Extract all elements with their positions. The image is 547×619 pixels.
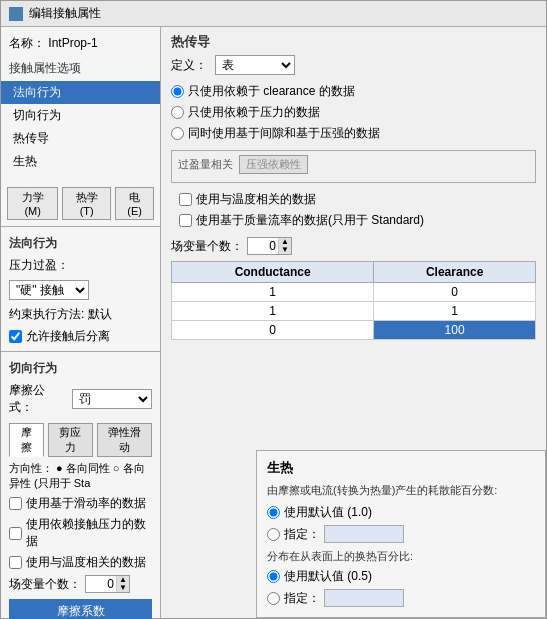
field-count-row-right: 场变量个数： ▲ ▼ (171, 235, 536, 257)
heat-sub-radio-default: 使用默认值 (0.5) (267, 566, 535, 587)
heat-gen-title: 生热 (267, 459, 535, 477)
cell-clearance-0[interactable]: 0 (374, 283, 536, 302)
slide-rate-checkbox[interactable] (9, 497, 22, 510)
category-tabs: 力学(M) 热学(T) 电(E) (1, 181, 160, 222)
temperature-checkbox[interactable] (9, 556, 22, 569)
direction-label: 方向性： (9, 462, 53, 474)
table-row: 0 100 (172, 321, 536, 340)
check-contact-pressure: 使用依赖接触压力的数据 (1, 514, 160, 552)
def-row: 定义： 表 (171, 55, 536, 75)
allow-separation-label: 允许接触后分离 (26, 328, 110, 345)
def-label: 定义： (171, 57, 207, 74)
friction-tabs: 摩擦 剪应力 弹性滑动 (1, 419, 160, 459)
slide-rate-label: 使用基于滑动率的数据 (26, 495, 146, 512)
right-panel: 热传导 定义： 表 只使用依赖于 clearance 的数据 只使用依赖于压力的… (161, 27, 546, 618)
formula-row: 摩擦公式： 罚 (1, 379, 160, 419)
check-mass-flow: 使用基于质量流率的数据(只用于 Standard) (171, 210, 536, 231)
temp-label-right: 使用与温度相关的数据 (196, 191, 316, 208)
pressure-select[interactable]: "硬" 接触 (9, 280, 89, 300)
col-conductance: Conductance (172, 262, 374, 283)
overload-label: 过盈量相关 (178, 157, 233, 172)
cell-conductance-1[interactable]: 1 (172, 302, 374, 321)
conductance-table: Conductance Clearance 1 0 1 1 0 (171, 261, 536, 340)
radio-both-input[interactable] (171, 127, 184, 140)
pressure-select-row: "硬" 接触 (1, 277, 160, 303)
cell-clearance-2[interactable]: 100 (374, 321, 536, 340)
name-row: 名称： IntProp-1 (1, 33, 160, 58)
contact-pressure-checkbox[interactable] (9, 527, 22, 540)
temperature-label: 使用与温度相关的数据 (26, 554, 146, 571)
mass-flow-label: 使用基于质量流率的数据(只用于 Standard) (196, 212, 424, 229)
radio-both: 同时使用基于间隙和基于压强的数据 (171, 123, 536, 144)
pressure-row: 压力过盈： (1, 254, 160, 277)
field-var-input[interactable] (86, 576, 116, 592)
cell-conductance-2[interactable]: 0 (172, 321, 374, 340)
sidebar-item-normal[interactable]: 法向行为 (1, 81, 160, 104)
table-row: 1 1 (172, 302, 536, 321)
table-row: 1 0 (172, 283, 536, 302)
heat-default-label: 使用默认值 (1.0) (284, 504, 372, 521)
temp-checkbox-right[interactable] (179, 193, 192, 206)
window-icon (9, 7, 23, 21)
radio-clearance: 只使用依赖于 clearance 的数据 (171, 81, 536, 102)
main-window: 编辑接触属性 名称： IntProp-1 接触属性选项 法向行为 切向行为 热传… (0, 0, 547, 619)
field-var-label: 场变量个数： (9, 576, 81, 593)
heat-sub-radio-specify-input[interactable] (267, 592, 280, 605)
field-var-label-right: 场变量个数： (171, 238, 243, 255)
cell-clearance-1[interactable]: 1 (374, 302, 536, 321)
direction-row: 方向性： ● 各向同性 ○ 各向异性 (只用于 Sta (1, 459, 160, 493)
cell-conductance-0[interactable]: 1 (172, 283, 374, 302)
tab-friction[interactable]: 摩擦 (9, 423, 44, 457)
left-panel: 名称： IntProp-1 接触属性选项 法向行为 切向行为 热传导 生热 力学… (1, 27, 161, 618)
radio-both-label: 同时使用基于间隙和基于压强的数据 (188, 125, 380, 142)
heat-gen-desc: 由摩擦或电流(转换为热量)产生的耗散能百分数: (267, 483, 535, 498)
window-title: 编辑接触属性 (29, 5, 101, 22)
heat-radio-default-input[interactable] (267, 506, 280, 519)
col-clearance: Clearance (374, 262, 536, 283)
overload-btn[interactable]: 压强依赖性 (239, 155, 308, 174)
sidebar-item-heat-transfer[interactable]: 热传导 (1, 127, 160, 150)
heat-sub-radio-default-input[interactable] (267, 570, 280, 583)
formula-select[interactable]: 罚 (72, 389, 152, 409)
radio-clearance-input[interactable] (171, 85, 184, 98)
tab-electric[interactable]: 电(E) (115, 187, 154, 220)
spinner-down-btn[interactable]: ▼ (117, 584, 129, 592)
heat-sub-specify-input[interactable] (324, 589, 404, 607)
spinner-down-right[interactable]: ▼ (279, 246, 291, 254)
heat-radio-default: 使用默认值 (1.0) (267, 502, 535, 523)
allow-separation-checkbox[interactable] (9, 330, 22, 343)
field-var-input-right[interactable] (248, 238, 278, 254)
radio-pressure-label: 只使用依赖于压力的数据 (188, 104, 320, 121)
radio-clearance-label: 只使用依赖于 clearance 的数据 (188, 83, 355, 100)
tab-mechanics[interactable]: 力学(M) (7, 187, 58, 220)
sidebar-item-tangential[interactable]: 切向行为 (1, 104, 160, 127)
tab-thermal[interactable]: 热学(T) (62, 187, 111, 220)
constraint-row: 约束执行方法: 默认 (1, 303, 160, 326)
tab-shear[interactable]: 剪应力 (48, 423, 93, 457)
mass-flow-checkbox[interactable] (179, 214, 192, 227)
heat-transfer-title: 热传导 (171, 33, 536, 51)
heat-generation-panel: 生热 由摩擦或电流(转换为热量)产生的耗散能百分数: 使用默认值 (1.0) 指… (256, 450, 546, 618)
tab-elastic-slide[interactable]: 弹性滑动 (97, 423, 152, 457)
heat-specify-label: 指定： (284, 526, 320, 543)
field-var-spinner: ▲ ▼ (85, 575, 130, 593)
radio-pressure-input[interactable] (171, 106, 184, 119)
heat-sub-default-label: 使用默认值 (0.5) (284, 568, 372, 585)
tangential-section: 切向行为 (1, 356, 160, 379)
contact-pressure-label: 使用依赖接触压力的数据 (26, 516, 152, 550)
def-select[interactable]: 表 (215, 55, 295, 75)
radio-group-clearance: 只使用依赖于 clearance 的数据 只使用依赖于压力的数据 同时使用基于间… (171, 81, 536, 144)
constraint-value: 默认 (88, 306, 112, 323)
heat-sub-desc: 分布在从表面上的换热百分比: (267, 549, 535, 564)
heat-sub-radio-specify: 指定： (267, 587, 535, 609)
contact-props-label: 接触属性选项 (1, 58, 160, 79)
radio-pressure: 只使用依赖于压力的数据 (171, 102, 536, 123)
coeff-box: 摩擦系数 0.3 (9, 599, 152, 619)
heat-radio-specify-input[interactable] (267, 528, 280, 541)
heat-sub-specify-label: 指定： (284, 590, 320, 607)
heat-specify-input[interactable] (324, 525, 404, 543)
name-label: 名称： (9, 36, 45, 50)
coeff-section-label: 摩擦系数 (13, 603, 148, 619)
sidebar-item-heat-gen[interactable]: 生热 (1, 150, 160, 173)
formula-label: 摩擦公式： (9, 382, 68, 416)
